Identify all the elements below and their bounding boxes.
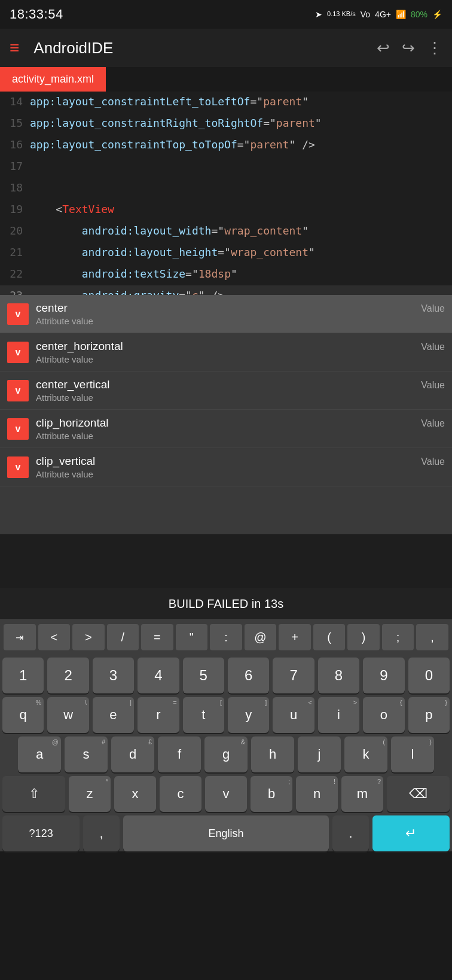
code-line-23: 23 android:gravity="c" /> bbox=[0, 285, 452, 295]
key-y[interactable]: y] bbox=[228, 697, 269, 733]
key-s[interactable]: s# bbox=[65, 736, 108, 772]
network-icon: 4G+ bbox=[375, 10, 391, 19]
key-1[interactable]: 1 bbox=[2, 658, 44, 693]
battery-icon: ⚡ bbox=[432, 10, 442, 19]
key-a[interactable]: a@ bbox=[18, 736, 61, 772]
undo-button[interactable]: ↩ bbox=[377, 39, 390, 57]
plus-key[interactable]: + bbox=[279, 624, 311, 650]
comma-key[interactable]: , bbox=[83, 815, 119, 851]
menu-icon[interactable]: ≡ bbox=[10, 38, 19, 57]
key-0[interactable]: 0 bbox=[408, 658, 450, 693]
less-than-key[interactable]: < bbox=[38, 624, 71, 650]
open-paren-key[interactable]: ( bbox=[313, 624, 346, 650]
number-row: 1 2 3 4 5 6 7 8 9 0 bbox=[0, 658, 452, 693]
data-speed: 0.13 KB/s bbox=[327, 10, 356, 18]
app-title: AndroidIDE bbox=[33, 39, 367, 57]
code-line-14: 14 app:layout_constraintLeft_toLeftOf="p… bbox=[0, 92, 452, 113]
key-h[interactable]: h bbox=[251, 736, 294, 772]
data-type: Vo bbox=[361, 10, 370, 19]
shift-key[interactable]: ⇧ bbox=[2, 776, 65, 812]
status-time: 18:33:54 bbox=[10, 7, 63, 22]
toolbar: ≡ AndroidIDE ↩ ↪ ⋮ bbox=[0, 29, 452, 67]
autocomplete-item-clip-horizontal[interactable]: v clip_horizontal Attribute value Value bbox=[0, 410, 452, 448]
key-n[interactable]: n! bbox=[296, 776, 338, 812]
space-key[interactable]: English bbox=[123, 815, 329, 851]
navigation-icon: ➤ bbox=[315, 10, 322, 19]
key-2[interactable]: 2 bbox=[47, 658, 88, 693]
key-t[interactable]: t[ bbox=[183, 697, 224, 733]
autocomplete-text-center-vertical: center_vertical Attribute value bbox=[36, 378, 421, 403]
key-o[interactable]: o{ bbox=[363, 697, 404, 733]
autocomplete-item-center[interactable]: v center Attribute value Value bbox=[0, 295, 452, 333]
autocomplete-dropdown: v center Attribute value Value v center_… bbox=[0, 295, 452, 534]
key-3[interactable]: 3 bbox=[93, 658, 134, 693]
autocomplete-text-clip-horizontal: clip_horizontal Attribute value bbox=[36, 416, 421, 441]
key-e[interactable]: e| bbox=[93, 697, 134, 733]
key-z[interactable]: z* bbox=[69, 776, 111, 812]
tab-activity-main[interactable]: activity_main.xml bbox=[0, 67, 106, 92]
slash-key[interactable]: / bbox=[107, 624, 139, 650]
key-p[interactable]: p} bbox=[408, 697, 450, 733]
colon-key[interactable]: : bbox=[210, 624, 242, 650]
autocomplete-icon-center-vertical: v bbox=[7, 380, 29, 401]
key-4[interactable]: 4 bbox=[138, 658, 179, 693]
key-f[interactable]: f bbox=[158, 736, 201, 772]
code-line-21: 21 android:layout_height="wrap_content" bbox=[0, 242, 452, 264]
delete-key[interactable]: ⌫ bbox=[387, 776, 450, 812]
key-q[interactable]: q% bbox=[2, 697, 44, 733]
close-paren-key[interactable]: ) bbox=[347, 624, 380, 650]
numbers-switch-key[interactable]: ?123 bbox=[2, 815, 80, 851]
autocomplete-item-center-vertical[interactable]: v center_vertical Attribute value Value bbox=[0, 372, 452, 410]
autocomplete-icon-center: v bbox=[7, 303, 29, 325]
key-5[interactable]: 5 bbox=[183, 658, 224, 693]
key-9[interactable]: 9 bbox=[363, 658, 404, 693]
build-status: BUILD FAILED in 13s bbox=[0, 588, 452, 619]
editor-below-autocomplete[interactable] bbox=[0, 534, 452, 588]
autocomplete-item-clip-vertical[interactable]: v clip_vertical Attribute value Value bbox=[0, 448, 452, 486]
key-k[interactable]: k( bbox=[344, 736, 387, 772]
code-line-15: 15 app:layout_constraintRight_toRightOf=… bbox=[0, 113, 452, 135]
autocomplete-empty-area bbox=[0, 486, 452, 534]
semicolon-key[interactable]: ; bbox=[382, 624, 414, 650]
more-options-button[interactable]: ⋮ bbox=[427, 39, 442, 57]
key-x[interactable]: x bbox=[114, 776, 156, 812]
tab-key[interactable]: ⇥ bbox=[4, 624, 36, 650]
key-u[interactable]: u< bbox=[273, 697, 314, 733]
equals-key[interactable]: = bbox=[141, 624, 173, 650]
key-w[interactable]: w\ bbox=[47, 697, 88, 733]
key-j[interactable]: j bbox=[298, 736, 341, 772]
greater-than-key[interactable]: > bbox=[72, 624, 105, 650]
redo-button[interactable]: ↪ bbox=[402, 39, 415, 57]
quote-key[interactable]: " bbox=[176, 624, 208, 650]
enter-key[interactable]: ↵ bbox=[372, 815, 450, 851]
code-line-18: 18 bbox=[0, 178, 452, 199]
at-key[interactable]: @ bbox=[245, 624, 277, 650]
qwerty-row: q% w\ e| r= t[ y] u< i> o{ p} bbox=[0, 697, 452, 733]
code-editor[interactable]: 14 app:layout_constraintLeft_toLeftOf="p… bbox=[0, 92, 452, 295]
key-c[interactable]: c bbox=[160, 776, 201, 812]
zxcv-row: ⇧ z* x c v b; n! m? ⌫ bbox=[0, 776, 452, 812]
code-line-20: 20 android:layout_width="wrap_content" bbox=[0, 221, 452, 242]
key-v[interactable]: v bbox=[205, 776, 247, 812]
key-l[interactable]: l) bbox=[391, 736, 434, 772]
key-8[interactable]: 8 bbox=[318, 658, 359, 693]
key-7[interactable]: 7 bbox=[273, 658, 314, 693]
autocomplete-text-clip-vertical: clip_vertical Attribute value bbox=[36, 455, 421, 479]
key-r[interactable]: r= bbox=[138, 697, 179, 733]
autocomplete-icon-clip-horizontal: v bbox=[7, 418, 29, 440]
key-d[interactable]: d£ bbox=[111, 736, 154, 772]
special-keys-row: ⇥ < > / = " : @ + ( ) ; , bbox=[0, 619, 452, 655]
key-i[interactable]: i> bbox=[318, 697, 359, 733]
key-6[interactable]: 6 bbox=[228, 658, 269, 693]
key-g[interactable]: g& bbox=[204, 736, 248, 772]
key-m[interactable]: m? bbox=[341, 776, 383, 812]
autocomplete-text-center: center Attribute value bbox=[36, 302, 421, 326]
period-key[interactable]: . bbox=[332, 815, 368, 851]
code-line-19: 19 <TextView bbox=[0, 199, 452, 221]
autocomplete-item-center-horizontal[interactable]: v center_horizontal Attribute value Valu… bbox=[0, 333, 452, 372]
comma-special-key[interactable]: , bbox=[416, 624, 448, 650]
bottom-row: ?123 , English . ↵ bbox=[0, 815, 452, 851]
key-b[interactable]: b; bbox=[251, 776, 292, 812]
autocomplete-icon-center-horizontal: v bbox=[7, 342, 29, 363]
code-line-16: 16 app:layout_constraintTop_toTopOf="par… bbox=[0, 135, 452, 156]
